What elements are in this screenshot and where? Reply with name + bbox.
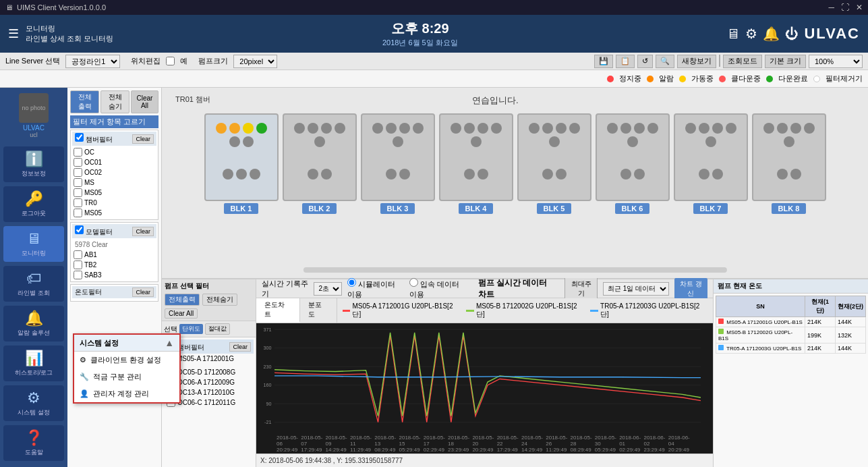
minimize-button[interactable]: ─ [828, 3, 834, 12]
context-menu-item-group-mgmt[interactable]: 🔧 적금 구분 관리 [74, 368, 179, 385]
toolbar-actions: 💾 📋 ↺ 🔍 새창보기 조회모드 기본 크기 100% [594, 55, 863, 68]
sidebar-item-help[interactable]: ❓ 도움말 [3, 425, 64, 461]
pos-edit-label: 위치편집 [131, 56, 161, 66]
sidebar-item-history[interactable]: 📊 히스토리/로그 [3, 346, 64, 381]
simulator-radio-label[interactable]: 시뮬레이터 이용 [347, 278, 403, 300]
context-menu-item-client-settings[interactable]: ⚙ 클라이언트 환경 설정 [74, 352, 179, 368]
maximize-button[interactable]: ⛶ [841, 3, 849, 12]
date-range-select[interactable]: 최근 1일 데이터 [603, 282, 669, 296]
power-icon[interactable]: ⏻ [785, 26, 799, 42]
chart-refresh-btn[interactable]: 차트 갱신 [674, 278, 707, 300]
chart-item-label-ms05a: MS05-A 1712001G [177, 355, 234, 362]
temp-clear-btn[interactable]: Clear [132, 287, 154, 297]
sidebar-item-monitor[interactable]: 🖥 모니터링 [3, 226, 64, 262]
display-size-btn[interactable]: 기본 크기 [765, 55, 806, 68]
sidebar-item-info[interactable]: ℹ️ 정보보정 [3, 146, 64, 182]
model-filter-checkbox[interactable] [75, 225, 84, 234]
x-label-9: 2018-05-2020:29:49 [472, 435, 496, 453]
absolute-tab-btn[interactable]: 절대값 [205, 323, 230, 335]
cb-ab1[interactable] [74, 250, 82, 259]
admin-account-icon: 👤 [80, 389, 89, 398]
chart-clear-all-btn[interactable]: Clear All [165, 308, 198, 319]
chart-tab-dist[interactable]: 분포도 [300, 298, 337, 323]
dot [712, 123, 723, 134]
unit-tab-btn[interactable]: 단위도 [179, 324, 203, 334]
chamber-filter-header: 챔버필터 Clear [72, 132, 156, 146]
monitor-nav-icon: 🖥 [26, 230, 41, 248]
model-clear-btn[interactable]: Clear [132, 227, 154, 236]
simulator-radio[interactable] [347, 278, 356, 287]
cb-oc02[interactable] [74, 168, 82, 177]
cb-tr0[interactable] [74, 198, 82, 207]
pos-edit-checkbox[interactable] [166, 57, 175, 65]
chart-select-label: 선택 [164, 325, 177, 334]
dot [777, 123, 788, 134]
sidebar-item-alarm[interactable]: 🔔 알람 솔루션 [3, 306, 64, 341]
blk-label-4: BLK 4 [459, 203, 494, 214]
dot [308, 123, 318, 134]
chamber-filter-label: 챔버필터 [75, 133, 113, 144]
display-size-select[interactable]: 100% [809, 55, 863, 68]
chamber-clear-btn[interactable]: Clear [132, 134, 154, 144]
dot [229, 136, 240, 147]
sidebar-item-label-view[interactable]: 🏷 라인별 조회 [3, 266, 64, 302]
cb-oc01[interactable] [74, 158, 82, 167]
search-toolbar-btn[interactable]: 🔍 [656, 55, 674, 68]
input-data-radio[interactable] [409, 278, 418, 287]
dot [386, 123, 397, 134]
x-axis-labels: 2018-05-0620:29:49 2018-05-0717:29:49 20… [256, 435, 713, 454]
close-button[interactable]: ✕ [856, 3, 863, 12]
record-interval-select[interactable]: 2초 [314, 282, 342, 296]
sidebar-label-label-view: 라인별 조회 [18, 289, 50, 298]
cb-sab3[interactable] [74, 271, 82, 279]
horizontal-scrollbar[interactable] [303, 267, 726, 273]
context-menu-item-admin-account[interactable]: 👤 관리자 계정 관리 [74, 385, 179, 402]
sidebar-item-login[interactable]: 🔑 로그아웃 [3, 186, 64, 222]
sidebar-item-settings[interactable]: ⚙ 시스템 설정 [3, 385, 64, 421]
alarm-icon[interactable]: 🔔 [763, 26, 780, 42]
dot [556, 169, 567, 180]
status-dot-cooling [719, 76, 726, 82]
help-icon: ❓ [25, 429, 43, 447]
dot [229, 123, 240, 134]
save-toolbar-btn[interactable]: 💾 [594, 55, 613, 68]
monitor-icon[interactable]: 🖥 [726, 26, 740, 42]
chart-chamber-clear-btn[interactable]: Clear [229, 342, 251, 352]
left-tab-all-show[interactable]: 전체출력 [70, 90, 99, 113]
reload-toolbar-btn[interactable]: ↺ [637, 55, 653, 68]
dot [250, 169, 260, 180]
input-data-radio-label[interactable]: 입속 데이터 이용 [409, 278, 467, 300]
left-tab-all-hide[interactable]: 전체숨기 [100, 90, 129, 113]
chart-svg: 371 300 230 160 90 -21 [256, 323, 713, 435]
td-v1-1: 214K [805, 317, 836, 327]
settings-icon[interactable]: ⚙ [745, 26, 757, 42]
td-v2-1: 144K [836, 317, 866, 327]
chart-tab-temp[interactable]: 온도차트 [256, 298, 300, 323]
view-mode-btn[interactable]: 조회모드 [723, 55, 762, 68]
cb-ms05[interactable] [74, 188, 82, 197]
copy-toolbar-btn[interactable]: 📋 [616, 55, 635, 68]
cb-ms[interactable] [74, 178, 82, 187]
pump-size-select[interactable]: 20pixel [233, 55, 277, 68]
dot [294, 123, 305, 134]
chamber-filter-section: 챔버필터 Clear OC OC01 OC02 MS MS05 TR0 MS05 [70, 130, 158, 220]
line-server-select[interactable]: 공정라인1 [65, 55, 120, 68]
chart-tab-all-hide[interactable]: 전체숨기 [202, 294, 237, 306]
filter-item-sab3: SAB3 [72, 270, 156, 280]
max-period-btn[interactable]: 최대주기 [565, 277, 598, 300]
x-label-6: 2018-05-1505:29:49 [399, 435, 423, 453]
context-menu-expand-icon[interactable]: ▲ [165, 337, 174, 348]
menu-button[interactable]: ☰ [8, 26, 19, 41]
user-section: no photo ULVAC ucl [19, 93, 49, 138]
chamber-filter-checkbox[interactable] [75, 133, 84, 142]
td-v1-3: 214K [805, 344, 836, 354]
coordinate-text: X: 2018-05-06 19:44:38 , Y: 195.33195015… [260, 457, 403, 464]
monitor-area: TR01 챔버 연습입니다. [162, 88, 868, 278]
left-clear-all-btn[interactable]: Clear All [131, 90, 158, 113]
chart-tab-all-show[interactable]: 전체출력 [165, 294, 200, 306]
cb-tb2[interactable] [74, 260, 82, 269]
new-window-btn[interactable]: 새창보기 [677, 55, 716, 68]
cb-ms05b[interactable] [74, 209, 82, 217]
sidebar-label-login: 로그아웃 [22, 209, 46, 218]
cb-oc[interactable] [74, 148, 82, 157]
